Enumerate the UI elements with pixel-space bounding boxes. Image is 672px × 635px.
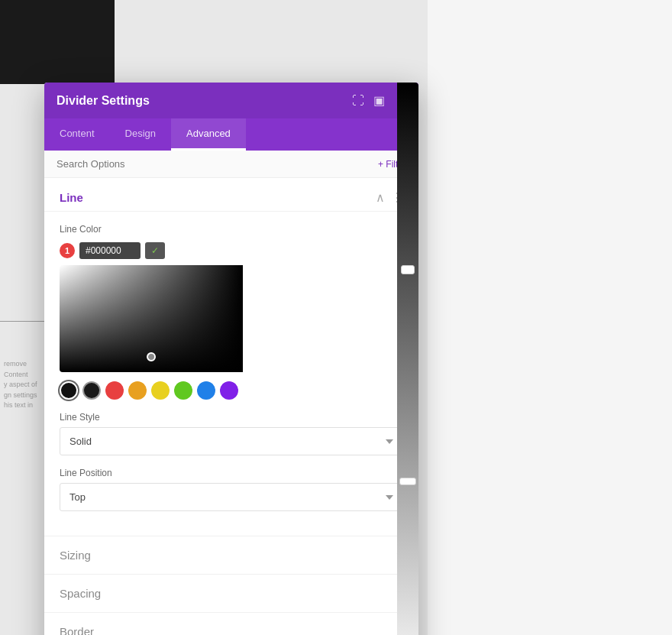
search-bar: + Filter	[44, 151, 418, 178]
spacing-section[interactable]: Spacing ∨	[44, 574, 418, 612]
color-gradient-picker[interactable]	[60, 265, 266, 372]
tab-advanced[interactable]: Advanced	[171, 118, 246, 151]
color-number-badge: 1	[60, 243, 75, 258]
line-style-label: Line Style	[60, 412, 403, 423]
preset-color-blue[interactable]	[197, 381, 215, 400]
sizing-section[interactable]: Sizing ∨	[44, 536, 418, 574]
collapse-icon[interactable]: ∧	[376, 190, 385, 205]
fullscreen-icon[interactable]: ⛶	[352, 94, 364, 108]
bg-right-panel: Lorum Ipsum Dolor LORUM IPSUM DOLOR	[428, 0, 672, 635]
gradient-handle[interactable]	[147, 352, 156, 361]
line-position-label: Line Position	[60, 468, 403, 478]
tab-design[interactable]: Design	[110, 118, 171, 151]
line-style-field: Line Style Solid Dashed Dotted	[60, 412, 403, 455]
border-section[interactable]: Border ∨	[44, 612, 418, 635]
search-input[interactable]	[57, 158, 378, 170]
border-title: Border	[60, 625, 94, 635]
bg-left-sidebar-text: remove Content y aspect of gn settings h…	[4, 359, 42, 411]
preset-color-orange[interactable]	[128, 381, 147, 400]
color-hex-input[interactable]	[79, 242, 141, 259]
sizing-title: Sizing	[60, 549, 91, 562]
divider-settings-panel: Divider Settings ⛶ ▣ ⋮ Content Design Ad…	[44, 83, 418, 635]
panel-title: Divider Settings	[57, 94, 150, 108]
preset-color-yellow[interactable]	[151, 381, 170, 400]
line-section-title: Line	[60, 191, 83, 204]
brightness-slider[interactable]	[397, 83, 418, 635]
tab-content[interactable]: Content	[44, 118, 110, 151]
line-section-body: Line Color 1 ✓	[44, 212, 418, 536]
preset-color-black[interactable]	[60, 381, 78, 400]
line-style-select[interactable]: Solid Dashed Dotted	[60, 427, 403, 455]
panel-tabs: Content Design Advanced	[44, 118, 418, 151]
line-position-field: Line Position Top Center Bottom	[60, 468, 403, 511]
color-confirm-button[interactable]: ✓	[145, 242, 165, 259]
preset-color-purple[interactable]	[220, 381, 238, 400]
panel-header: Divider Settings ⛶ ▣ ⋮	[44, 83, 418, 118]
brightness-handle-bottom[interactable]	[399, 478, 416, 485]
layout-icon[interactable]: ▣	[373, 93, 385, 108]
line-color-label: Line Color	[60, 224, 403, 235]
line-position-select[interactable]: Top Center Bottom	[60, 483, 403, 511]
preset-color-red[interactable]	[105, 381, 124, 400]
preset-color-near-black[interactable]	[82, 381, 101, 400]
brightness-handle-top[interactable]	[401, 265, 415, 274]
preset-colors	[60, 381, 403, 400]
color-value-row: 1 ✓	[60, 242, 403, 259]
line-color-container: Line Color 1 ✓	[60, 224, 403, 400]
bg-top-left	[0, 0, 115, 84]
bg-divider-line	[0, 321, 50, 322]
line-section-header: Line ∧ ⋮	[44, 178, 418, 212]
panel-content: Line ∧ ⋮ Line Color 1 ✓	[44, 178, 418, 635]
preset-color-green[interactable]	[174, 381, 192, 400]
spacing-title: Spacing	[60, 587, 101, 600]
